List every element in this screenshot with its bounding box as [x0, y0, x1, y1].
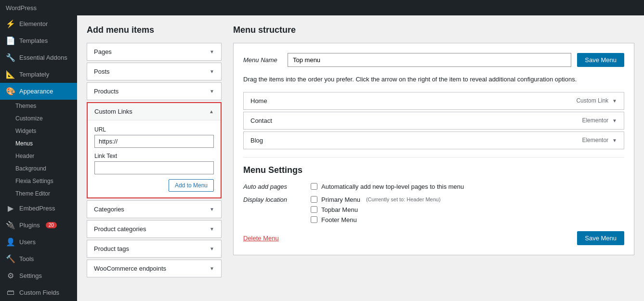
sidebar-item-settings[interactable]: ⚙ Settings — [0, 267, 77, 284]
menu-name-label: Menu Name — [243, 56, 282, 64]
accordion-posts: Posts ▼ — [87, 63, 222, 80]
display-location-topbar-row[interactable]: Topbar Menu — [311, 206, 441, 213]
accordion-header-product-tags[interactable]: Product tags ▼ — [87, 240, 221, 257]
sidebar-item-label: Essential Addons — [19, 54, 67, 61]
chevron-down-icon: ▼ — [210, 266, 214, 271]
link-text-input[interactable] — [94, 161, 214, 174]
auto-add-pages-checkbox[interactable] — [311, 183, 317, 190]
add-to-menu-button[interactable]: Add to Menu — [169, 179, 214, 192]
menu-item-type-contact: Elementor — [582, 117, 608, 124]
sidebar-item-appearance[interactable]: 🎨 Appearance — [0, 83, 77, 100]
custom-fields-icon: 🗃 — [6, 288, 15, 297]
accordion-product-tags: Product tags ▼ — [87, 240, 222, 258]
elementor-icon: ⚡ — [6, 19, 15, 28]
sidebar-item-header[interactable]: Header — [0, 150, 77, 162]
sidebar-item-customize[interactable]: Customize — [0, 112, 77, 125]
sidebar-item-custom-fields[interactable]: 🗃 Custom Fields — [0, 284, 77, 301]
embedpress-icon: ▶ — [6, 204, 15, 213]
auto-add-pages-row: Auto add pages Automatically add new top… — [243, 183, 624, 190]
display-location-footer-row[interactable]: Footer Menu — [311, 216, 441, 223]
menu-item-contact: Contact Elementor ▼ — [243, 112, 624, 130]
sidebar-item-users[interactable]: 👤 Users — [0, 234, 77, 250]
accordion-categories: Categories ▼ — [87, 200, 222, 218]
accordion-pages: Pages ▼ — [87, 43, 222, 61]
sidebar-item-templately[interactable]: 📐 Templately — [0, 66, 77, 83]
menu-name-input[interactable] — [288, 53, 571, 67]
sidebar-item-flexia-settings[interactable]: Flexia Settings — [0, 175, 77, 187]
top-bar: WordPress — [0, 0, 644, 15]
auto-add-pages-options: Automatically add new top-level pages to… — [311, 183, 464, 190]
display-location-topbar-checkbox[interactable] — [311, 206, 317, 213]
display-location-primary-row[interactable]: Primary Menu (Currently set to: Header M… — [311, 196, 441, 203]
sidebar-item-label: Elementor — [19, 20, 48, 27]
url-input[interactable] — [94, 135, 214, 148]
tools-icon: 🔨 — [6, 254, 15, 263]
sidebar-item-label: Templates — [19, 37, 48, 44]
accordion-header-pages[interactable]: Pages ▼ — [87, 43, 221, 60]
plugins-icon: 🔌 — [6, 221, 15, 230]
sidebar-item-menus[interactable]: Menus — [0, 137, 77, 150]
accordion-header-custom-links[interactable]: Custom Links ▲ — [88, 103, 221, 120]
sidebar-item-embedpress[interactable]: ▶ EmbedPress — [0, 200, 77, 217]
display-location-primary-label: Primary Menu — [321, 196, 360, 203]
templates-icon: 📄 — [6, 36, 15, 45]
sidebar: ⚡ Elementor 📄 Templates 🔧 Essential Addo… — [0, 15, 77, 301]
chevron-down-icon: ▼ — [210, 89, 214, 94]
accordion-label-custom-links: Custom Links — [94, 108, 132, 115]
accordion-header-products[interactable]: Products ▼ — [87, 83, 221, 100]
accordion-header-product-categories[interactable]: Product categories ▼ — [87, 221, 221, 237]
accordion-label-pages: Pages — [94, 48, 112, 55]
accordion-header-posts[interactable]: Posts ▼ — [87, 63, 221, 80]
sidebar-item-templates[interactable]: 📄 Templates — [0, 32, 77, 49]
plugins-badge: 20 — [46, 222, 57, 228]
sidebar-item-label: Templately — [19, 71, 49, 78]
display-location-primary-checkbox[interactable] — [311, 196, 317, 203]
accordion-header-categories[interactable]: Categories ▼ — [87, 201, 221, 218]
menu-name-row: Menu Name Save Menu — [243, 53, 624, 67]
sidebar-item-label: EmbedPress — [19, 205, 55, 212]
sidebar-item-plugins[interactable]: 🔌 Plugins 20 — [0, 217, 77, 234]
sidebar-item-label: Users — [19, 238, 36, 246]
divider — [243, 157, 624, 157]
accordion-header-woocommerce-endpoints[interactable]: WooCommerce endpoints ▼ — [87, 260, 221, 277]
essential-addons-icon: 🔧 — [6, 53, 15, 62]
accordion-label-posts: Posts — [94, 68, 110, 75]
sidebar-item-theme-editor[interactable]: Theme Editor — [0, 187, 77, 200]
menu-item-type-blog: Elementor — [582, 137, 608, 144]
chevron-down-icon[interactable]: ▼ — [612, 98, 617, 104]
auto-add-pages-checkbox-row[interactable]: Automatically add new top-level pages to… — [311, 183, 464, 190]
menu-item-home: Home Custom Link ▼ — [243, 92, 624, 110]
accordion-label-product-categories: Product categories — [94, 225, 146, 233]
sidebar-item-essential-addons[interactable]: 🔧 Essential Addons — [0, 49, 77, 66]
accordion-custom-links: Custom Links ▲ URL Link Text Add to Menu — [87, 102, 222, 198]
chevron-down-icon: ▼ — [210, 69, 214, 74]
add-menu-title: Add menu items — [87, 25, 222, 35]
sidebar-item-widgets[interactable]: Widgets — [0, 125, 77, 137]
sidebar-item-themes[interactable]: Themes — [0, 100, 77, 112]
sidebar-item-background[interactable]: Background — [0, 162, 77, 175]
sidebar-item-label: Custom Fields — [19, 289, 59, 296]
accordion-products: Products ▼ — [87, 82, 222, 100]
display-location-footer-checkbox[interactable] — [311, 216, 317, 223]
menu-item-right-blog: Elementor ▼ — [582, 137, 617, 144]
chevron-down-icon[interactable]: ▼ — [612, 138, 617, 143]
sidebar-item-label: Plugins — [19, 222, 40, 229]
menu-item-right-home: Custom Link ▼ — [576, 97, 617, 104]
auto-add-pages-label: Auto add pages — [243, 183, 301, 190]
delete-menu-link[interactable]: Delete Menu — [243, 235, 279, 242]
chevron-down-icon: ▼ — [210, 207, 214, 212]
sidebar-item-elementor[interactable]: ⚡ Elementor — [0, 15, 77, 32]
chevron-down-icon: ▼ — [210, 246, 214, 251]
sidebar-item-label: Tools — [19, 255, 34, 262]
chevron-down-icon[interactable]: ▼ — [612, 118, 617, 123]
save-menu-button-bottom[interactable]: Save Menu — [577, 231, 624, 245]
drag-hint: Drag the items into the order you prefer… — [243, 75, 624, 84]
url-label: URL — [94, 126, 214, 133]
url-row: URL — [94, 126, 214, 148]
users-icon: 👤 — [6, 237, 15, 247]
display-location-options: Primary Menu (Currently set to: Header M… — [311, 196, 441, 223]
sidebar-item-label: Settings — [19, 272, 42, 279]
accordion-label-product-tags: Product tags — [94, 245, 129, 252]
save-menu-button-top[interactable]: Save Menu — [577, 53, 624, 67]
sidebar-item-tools[interactable]: 🔨 Tools — [0, 250, 77, 267]
